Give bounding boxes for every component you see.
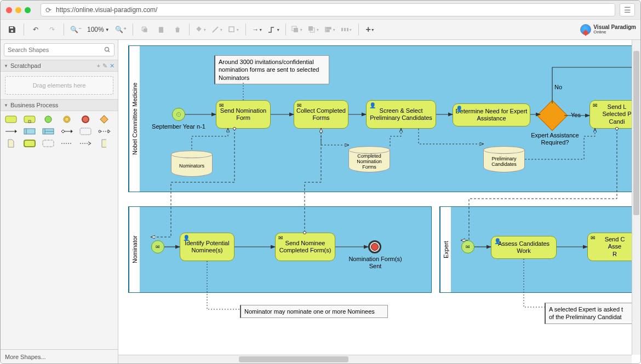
task-send-form[interactable]: ✉Send Nomination Form <box>216 100 271 129</box>
svg-rect-11 <box>327 30 329 32</box>
url-bar[interactable]: ⟳ https://online.visual-paradigm.com/ <box>41 3 615 16</box>
main-area: ▼ Scratchpad + ✎ ✕ Drag elements here ▼ … <box>1 40 640 363</box>
shape-gateway[interactable] <box>98 115 110 123</box>
shape-pool-lanes[interactable] <box>42 128 54 135</box>
pool-label-medicine: Nobel Committee Medicine <box>129 46 140 192</box>
scratchpad-header[interactable]: ▼ Scratchpad + ✎ ✕ <box>1 60 118 72</box>
distribute-button[interactable]: ▼ <box>340 22 354 37</box>
start-event-timer[interactable] <box>172 108 185 121</box>
hamburger-menu[interactable]: ☰ <box>620 3 635 16</box>
shape-message-flow[interactable] <box>98 128 110 135</box>
shape-data-object[interactable] <box>5 140 17 147</box>
task-collect-forms[interactable]: ✉Collect Completed Forms <box>294 100 348 129</box>
zoom-level[interactable]: 100% ▼ <box>85 26 112 33</box>
task-determine-need[interactable]: 👤Determine Need for Expert Assistance <box>453 103 530 126</box>
shape-subprocess[interactable] <box>24 115 36 123</box>
shape-start-event[interactable] <box>42 115 54 123</box>
zoom-in-button[interactable]: 🔍⁺ <box>114 22 128 37</box>
msg-start-nominator[interactable]: ✉ <box>151 240 164 253</box>
scratchpad-label: Scratchpad <box>10 62 41 69</box>
add-button[interactable]: +▼ <box>363 22 377 37</box>
shape-conditional-flow[interactable] <box>61 128 73 135</box>
svg-marker-30 <box>61 130 65 133</box>
datastore-nominators[interactable]: Nominators <box>171 151 213 177</box>
canvas[interactable]: Nobel Committee Medicine Around 3000 inv… <box>118 40 640 363</box>
task-screen[interactable]: 👤Screen & Select Preliminary Candidates <box>366 100 436 129</box>
task-identify[interactable]: 👤Identify Potential Nominee(s) <box>180 233 234 261</box>
shape-assoc[interactable] <box>61 140 73 147</box>
scrollbar-horizontal[interactable] <box>118 355 632 363</box>
shape-event-sub[interactable] <box>79 128 91 135</box>
svg-rect-12 <box>341 28 343 31</box>
shape-end-event[interactable] <box>79 115 91 123</box>
paste-button[interactable] <box>154 22 168 37</box>
shape-assoc-dir[interactable] <box>79 140 91 147</box>
svg-marker-32 <box>71 130 73 133</box>
save-button[interactable] <box>5 22 19 37</box>
more-shapes-link[interactable]: More Shapes... <box>1 349 118 363</box>
connector-style-button[interactable]: ▼ <box>267 22 281 37</box>
undo-button[interactable]: ↶ <box>28 22 43 37</box>
toolbar: ↶ ↷ 🔍⁻ 100% ▼ 🔍⁺ ▼ ▼ ▼ →▼ ▼ ▼ ▼ ▼ ▼ +▼ V… <box>1 19 640 40</box>
palette-header[interactable]: ▼ Business Process <box>1 99 118 111</box>
svg-rect-25 <box>24 129 35 134</box>
svg-point-21 <box>82 116 89 123</box>
svg-rect-4 <box>229 27 234 32</box>
shape-group[interactable] <box>42 140 54 147</box>
annotation-expert[interactable]: A selected Expert is asked t of the Prel… <box>545 303 640 324</box>
maximize-dot[interactable] <box>25 7 31 13</box>
svg-marker-36 <box>108 130 110 133</box>
task-assess[interactable]: 👤Assess Candidates Work <box>491 236 557 259</box>
svg-rect-7 <box>308 26 313 31</box>
scroll-thumb-v[interactable] <box>633 51 639 215</box>
close-dot[interactable] <box>6 7 12 13</box>
scratchpad-add-icon[interactable]: + <box>97 62 100 70</box>
pool-label-expert: Expert <box>440 207 451 292</box>
svg-rect-5 <box>294 28 298 32</box>
end-event-nominator[interactable] <box>368 240 381 253</box>
task-send-nominee[interactable]: ✉Send Nominee Completed Form(s) <box>275 233 335 261</box>
message-icon: ✉ <box>466 244 470 250</box>
minimize-dot[interactable] <box>15 7 21 13</box>
shape-call-activity[interactable] <box>24 140 36 147</box>
start-date-label: September Year n-1 <box>146 123 211 130</box>
shape-sequence-flow[interactable] <box>5 128 17 135</box>
scrollbar-vertical[interactable] <box>632 40 640 355</box>
shape-task[interactable] <box>5 115 17 123</box>
fill-button[interactable]: ▼ <box>194 22 208 37</box>
svg-rect-10 <box>327 27 331 29</box>
shape-intermediate-event[interactable] <box>61 115 73 123</box>
brand-logo-area: Visual ParadigmOnline <box>580 24 636 35</box>
pool-label-nominator: Nominator <box>129 207 140 292</box>
redo-button[interactable]: ↷ <box>45 22 59 37</box>
message-icon: ✉ <box>156 244 160 250</box>
stroke-button[interactable]: ▼ <box>210 22 225 37</box>
msg-start-expert[interactable]: ✉ <box>461 240 474 253</box>
window-controls <box>6 7 31 13</box>
delete-button[interactable] <box>170 22 185 37</box>
scratchpad-edit-icon[interactable]: ✎ <box>102 62 107 70</box>
zoom-out-button[interactable]: 🔍⁻ <box>68 22 83 37</box>
user-task-icon: 👤 <box>456 106 462 112</box>
scroll-thumb-h[interactable] <box>239 356 348 362</box>
to-front-button[interactable]: ▼ <box>290 22 305 37</box>
connector-end-button[interactable]: →▼ <box>250 22 265 37</box>
scratchpad-dropzone[interactable]: Drag elements here <box>5 76 113 95</box>
to-back-button[interactable]: ▼ <box>307 22 321 37</box>
copy-button[interactable] <box>138 22 152 37</box>
annotation-invites[interactable]: Around 3000 invitations/confidential nom… <box>214 55 329 84</box>
user-task-icon: 👤 <box>369 102 376 109</box>
shape-annotation[interactable] <box>98 140 110 147</box>
forms-sent-label: Nomination Form(s) Sent <box>345 256 405 270</box>
datastore-completed[interactable]: Completed Nomination Forms <box>348 146 390 172</box>
reload-icon[interactable]: ⟳ <box>45 6 51 14</box>
align-button[interactable]: ▼ <box>323 22 337 37</box>
scratchpad-close-icon[interactable]: ✕ <box>110 62 115 70</box>
gateway-label: Expert Assistance Required? <box>530 132 580 146</box>
shadow-button[interactable]: ▼ <box>227 22 241 37</box>
shape-pool-h[interactable] <box>24 128 36 135</box>
datastore-preliminary[interactable]: Preliminary Candidates <box>483 146 525 172</box>
user-task-icon: 👤 <box>183 235 190 241</box>
annotation-nominator[interactable]: Nominator may nominate one or more Nomin… <box>240 305 388 318</box>
search-shapes-input[interactable] <box>4 43 115 56</box>
